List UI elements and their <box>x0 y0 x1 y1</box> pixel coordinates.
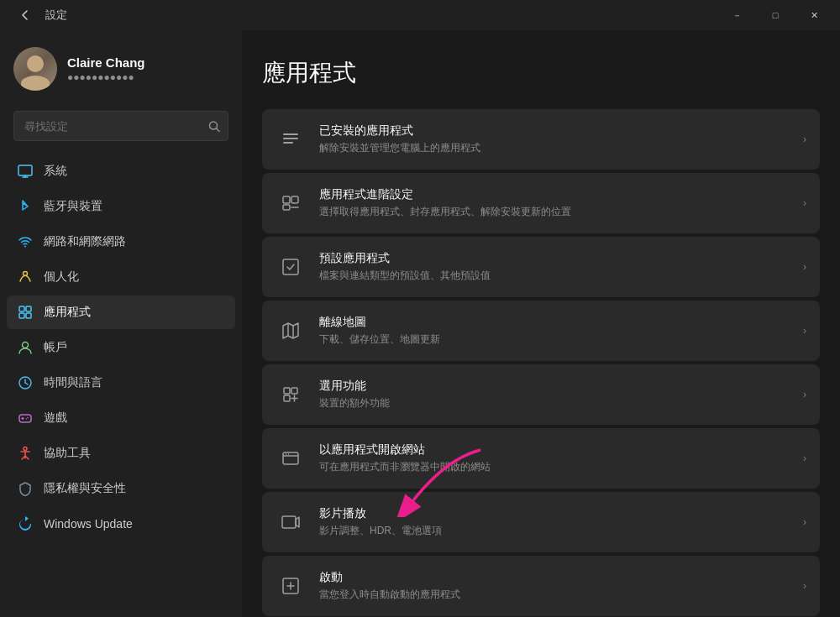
menu-item-desc-advanced-apps: 選擇取得應用程式、封存應用程式、解除安裝更新的位置 <box>319 205 796 219</box>
content-area: 應用程式 已安裝的應用程式 解除安裝並管理您電腦上的應用程式 › <box>242 30 840 617</box>
menu-item-text-video-playback: 影片播放 影片調整、HDR、電池選項 <box>319 506 796 538</box>
svg-point-5 <box>24 246 26 248</box>
maximize-button[interactable]: □ <box>756 0 795 30</box>
menu-list: 已安裝的應用程式 解除安裝並管理您電腦上的應用程式 › 應用程式進階設定 <box>262 109 820 616</box>
menu-item-title-startup: 啟動 <box>319 570 796 585</box>
svg-rect-15 <box>19 415 31 422</box>
chevron-icon-optional-features: › <box>803 389 806 400</box>
svg-rect-26 <box>283 205 290 210</box>
sidebar-label-personalization: 個人化 <box>44 269 79 285</box>
sidebar-label-network: 網路和網際網路 <box>44 234 126 249</box>
menu-item-desc-optional-features: 裝置的額外功能 <box>319 396 796 410</box>
svg-rect-23 <box>283 142 293 144</box>
menu-item-title-optional-features: 選用功能 <box>319 379 796 394</box>
apps-advanced-icon <box>276 188 306 218</box>
app-container: Claire Chang ●●●●●●●●●●● <box>0 30 840 617</box>
menu-item-text-optional-features: 選用功能 裝置的額外功能 <box>319 379 796 410</box>
close-button[interactable]: ✕ <box>795 0 833 30</box>
menu-item-optional-features[interactable]: 選用功能 裝置的額外功能 › <box>262 364 820 425</box>
menu-item-desc-offline-maps: 下載、儲存位置、地圖更新 <box>319 332 796 347</box>
menu-item-installed-apps[interactable]: 已安裝的應用程式 解除安裝並管理您電腦上的應用程式 › <box>262 109 820 170</box>
svg-rect-24 <box>283 196 290 203</box>
svg-rect-31 <box>284 388 290 394</box>
svg-rect-21 <box>283 133 298 135</box>
svg-rect-39 <box>282 516 296 528</box>
update-icon <box>17 515 34 532</box>
personalization-icon <box>17 269 34 285</box>
sidebar-item-network[interactable]: 網路和網際網路 <box>7 225 235 259</box>
sidebar-label-windowsupdate: Windows Update <box>44 517 133 531</box>
svg-line-14 <box>25 383 28 384</box>
chevron-icon-advanced-apps: › <box>803 197 806 209</box>
svg-point-37 <box>286 453 287 455</box>
sidebar-item-personalization[interactable]: 個人化 <box>7 260 235 294</box>
menu-item-title-video-playback: 影片播放 <box>319 506 796 521</box>
search-container <box>0 104 242 151</box>
nav-items: 系統 藍牙與裝置 <box>0 151 242 544</box>
menu-item-default-apps[interactable]: 預設應用程式 檔案與連結類型的預設值、其他預設值 › <box>262 237 820 297</box>
sidebar-item-time[interactable]: 時間與語言 <box>7 366 235 400</box>
svg-point-20 <box>24 447 27 451</box>
sidebar-label-accessibility: 協助工具 <box>44 446 91 461</box>
apps-list-icon <box>276 124 306 154</box>
user-email: ●●●●●●●●●●● <box>67 71 145 83</box>
menu-item-video-playback[interactable]: 影片播放 影片調整、HDR、電池選項 › <box>262 492 820 552</box>
window-controls: － □ ✕ <box>717 0 833 30</box>
sidebar-item-windowsupdate[interactable]: Windows Update <box>7 507 235 541</box>
chevron-icon-default-apps: › <box>803 261 806 273</box>
menu-item-title-open-website: 以應用程式開啟網站 <box>319 442 796 458</box>
menu-item-open-website[interactable]: 以應用程式開啟網站 可在應用程式而非瀏覽器中開啟的網站 › <box>262 428 820 489</box>
svg-point-6 <box>24 272 28 276</box>
menu-item-desc-startup: 當您登入時自動啟動的應用程式 <box>319 588 796 602</box>
menu-item-advanced-apps[interactable]: 應用程式進階設定 選擇取得應用程式、封存應用程式、解除安裝更新的位置 › <box>262 173 820 233</box>
menu-item-startup[interactable]: 啟動 當您登入時自動啟動的應用程式 › <box>262 556 820 616</box>
system-icon <box>17 163 34 180</box>
svg-rect-2 <box>18 165 32 175</box>
sidebar-label-time: 時間與語言 <box>44 375 102 390</box>
menu-item-text-advanced-apps: 應用程式進階設定 選擇取得應用程式、封存應用程式、解除安裝更新的位置 <box>319 187 796 219</box>
svg-point-18 <box>27 417 29 419</box>
svg-rect-10 <box>26 313 31 318</box>
user-profile[interactable]: Claire Chang ●●●●●●●●●●● <box>0 30 242 104</box>
menu-item-text-offline-maps: 離線地圖 下載、儲存位置、地圖更新 <box>319 315 796 347</box>
app-title: 設定 <box>45 8 67 23</box>
search-input[interactable] <box>13 111 228 141</box>
menu-item-text-open-website: 以應用程式開啟網站 可在應用程式而非瀏覽器中開啟的網站 <box>319 442 796 474</box>
sidebar-label-gaming: 遊戲 <box>44 410 67 426</box>
menu-item-text-default-apps: 預設應用程式 檔案與連結類型的預設值、其他預設值 <box>319 251 796 283</box>
sidebar-item-accounts[interactable]: 帳戶 <box>7 331 235 364</box>
menu-item-desc-default-apps: 檔案與連結類型的預設值、其他預設值 <box>319 269 796 283</box>
minimize-button[interactable]: － <box>717 0 756 30</box>
menu-item-desc-open-website: 可在應用程式而非瀏覽器中開啟的網站 <box>319 460 796 474</box>
svg-rect-8 <box>26 306 31 311</box>
menu-item-desc-installed-apps: 解除安裝並管理您電腦上的應用程式 <box>319 141 796 155</box>
back-button[interactable] <box>13 3 37 27</box>
title-bar-left: 設定 <box>13 3 67 27</box>
sidebar-label-bluetooth: 藍牙與裝置 <box>44 199 102 214</box>
svg-line-1 <box>217 128 220 132</box>
user-name: Claire Chang <box>67 55 145 70</box>
sidebar-item-accessibility[interactable]: 協助工具 <box>7 437 235 470</box>
sidebar-item-apps[interactable]: 應用程式 <box>7 295 235 329</box>
user-info: Claire Chang ●●●●●●●●●●● <box>67 55 145 83</box>
wifi-icon <box>17 233 34 250</box>
sidebar-item-system[interactable]: 系統 <box>7 154 235 188</box>
menu-item-title-offline-maps: 離線地圖 <box>319 315 796 330</box>
time-icon <box>17 374 34 391</box>
accessibility-icon <box>17 445 34 462</box>
sidebar-item-privacy[interactable]: 隱私權與安全性 <box>7 472 235 505</box>
sidebar-item-gaming[interactable]: 遊戲 <box>7 401 235 435</box>
sidebar-item-bluetooth[interactable]: 藍牙與裝置 <box>7 190 235 223</box>
sidebar-label-privacy: 隱私權與安全性 <box>44 481 126 496</box>
sidebar: Claire Chang ●●●●●●●●●●● <box>0 30 242 617</box>
menu-item-offline-maps[interactable]: 離線地圖 下載、儲存位置、地圖更新 › <box>262 301 820 361</box>
chevron-icon-video-playback: › <box>803 516 806 528</box>
apps-icon <box>17 304 34 321</box>
menu-item-text-startup: 啟動 當您登入時自動啟動的應用程式 <box>319 570 796 602</box>
svg-point-11 <box>23 342 29 348</box>
chevron-icon-open-website: › <box>803 452 806 464</box>
menu-item-title-installed-apps: 已安裝的應用程式 <box>319 123 796 139</box>
page-title: 應用程式 <box>262 57 820 89</box>
svg-rect-33 <box>284 395 290 401</box>
svg-rect-9 <box>19 313 24 318</box>
